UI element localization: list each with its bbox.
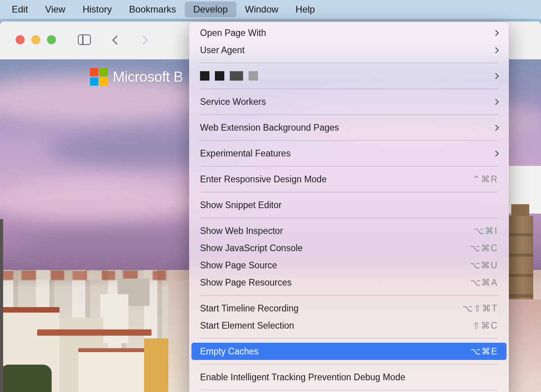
logo-square-red (90, 68, 98, 76)
menu-separator (200, 390, 498, 390)
logo-square-blue (90, 77, 98, 86)
menu-item-label: User Agent (200, 45, 245, 56)
brand-text: Microsoft B (113, 69, 183, 85)
shortcut-label: ⌥⌘U (470, 260, 498, 271)
menu-bar: Edit View History Bookmarks Develop Wind… (0, 0, 541, 19)
submenu-chevron-icon (493, 150, 499, 156)
logo-square-yellow (99, 77, 108, 86)
menu-separator (200, 63, 498, 63)
submenu-chevron-icon (493, 47, 499, 53)
menu-item-start-element-selection[interactable]: Start Element Selection ⇧⌘C (189, 317, 509, 334)
redacted-block (200, 71, 209, 81)
menubar-item-window[interactable]: Window (236, 2, 287, 17)
cloud (20, 228, 215, 267)
menu-item-enable-itp-debug-mode[interactable]: Enable Intelligent Tracking Prevention D… (189, 369, 509, 386)
menubar-item-view[interactable]: View (36, 2, 74, 17)
menu-separator (200, 338, 498, 339)
shortcut-label: ⌥⌘E (470, 346, 498, 357)
back-button[interactable] (112, 35, 121, 45)
menu-item-label: Empty Caches (200, 346, 259, 357)
cathedral-tower-top (511, 204, 529, 217)
minimize-window-button[interactable] (31, 35, 40, 44)
shortcut-label: ⌃⌘R (472, 174, 498, 185)
building (78, 348, 144, 392)
redacted-text-blocks (200, 71, 258, 81)
menubar-item-help[interactable]: Help (287, 2, 323, 17)
submenu-chevron-icon (493, 73, 499, 79)
submenu-chevron-icon (493, 30, 499, 36)
menubar-item-develop[interactable]: Develop (185, 2, 236, 17)
menu-item-web-extension-background-pages[interactable]: Web Extension Background Pages (189, 119, 509, 136)
microsoft-logo-icon (90, 68, 108, 86)
menu-item-label: Start Element Selection (200, 320, 294, 331)
menu-item-label: Show Page Source (200, 260, 277, 271)
menu-item-show-page-source[interactable]: Show Page Source ⌥⌘U (189, 257, 509, 274)
right-city-haze (507, 299, 541, 392)
menu-separator (200, 114, 498, 115)
forward-button[interactable] (139, 35, 148, 45)
menu-separator (200, 88, 498, 89)
menu-item-open-page-with[interactable]: Open Page With (189, 24, 509, 41)
menu-item-show-web-inspector[interactable]: Show Web Inspector ⌥⌘I (189, 222, 509, 239)
menu-separator (200, 364, 498, 365)
shortcut-label: ⌥⌘A (470, 277, 498, 288)
bing-logo[interactable]: Microsoft B (90, 68, 183, 86)
menu-item-empty-caches[interactable]: Empty Caches ⌥⌘E (191, 343, 507, 360)
redacted-block (215, 71, 224, 81)
redacted-block (230, 71, 243, 81)
menu-item-label: Enable Intelligent Tracking Prevention D… (200, 372, 405, 383)
sidebar-icon-divider (82, 35, 83, 44)
menu-item-label: Show Page Resources (200, 277, 292, 288)
menu-item-show-javascript-console[interactable]: Show JavaScript Console ⌥⌘C (189, 239, 509, 257)
sidebar-toggle-icon[interactable] (78, 34, 91, 45)
submenu-chevron-icon (493, 124, 499, 131)
menu-item-experimental-features[interactable]: Experimental Features (189, 145, 509, 162)
menu-item-show-page-resources[interactable]: Show Page Resources ⌥⌘A (189, 274, 509, 291)
menu-item-label: Service Workers (200, 97, 266, 107)
shortcut-label: ⌥⌘I (474, 226, 498, 236)
zoom-window-button[interactable] (47, 35, 56, 44)
menu-item-label: Show Web Inspector (200, 226, 283, 236)
menu-item-label: Show Snippet Editor (200, 200, 281, 210)
shortcut-label: ⇧⌘C (472, 320, 498, 331)
menu-item-label: Web Extension Background Pages (200, 122, 339, 133)
menu-separator (200, 218, 498, 218)
develop-menu: Open Page With User Agent Service Worker… (189, 22, 509, 392)
redacted-block (249, 71, 258, 81)
left-dark-edge (0, 219, 3, 392)
menubar-item-edit[interactable]: Edit (3, 2, 36, 17)
menu-item-redacted-device[interactable] (189, 67, 509, 85)
menu-item-label: Open Page With (200, 28, 266, 38)
menu-item-label: Start Timeline Recording (200, 303, 299, 314)
trees (0, 365, 52, 392)
menu-item-start-timeline-recording[interactable]: Start Timeline Recording ⌥⇧⌘T (189, 300, 509, 317)
shortcut-label: ⌥⇧⌘T (462, 303, 498, 314)
close-window-button[interactable] (16, 35, 25, 44)
menu-separator (200, 192, 498, 192)
building (37, 329, 151, 336)
menu-item-enter-responsive-design-mode[interactable]: Enter Responsive Design Mode ⌃⌘R (189, 171, 509, 188)
menu-item-show-snippet-editor[interactable]: Show Snippet Editor (189, 196, 509, 214)
menu-separator (200, 166, 498, 167)
cathedral-tower (508, 216, 533, 300)
building (100, 294, 128, 343)
shortcut-label: ⌥⌘C (470, 243, 498, 254)
menubar-item-bookmarks[interactable]: Bookmarks (121, 2, 185, 17)
menu-item-service-workers[interactable]: Service Workers (189, 93, 509, 110)
menu-item-label: Show JavaScript Console (200, 243, 303, 254)
menu-item-label: Experimental Features (200, 148, 290, 159)
menu-item-label: Enter Responsive Design Mode (200, 174, 326, 185)
menu-separator (200, 140, 498, 141)
menubar-item-history[interactable]: History (74, 2, 121, 17)
menu-separator (200, 295, 498, 296)
logo-square-green (99, 68, 108, 76)
menu-item-user-agent[interactable]: User Agent (189, 41, 509, 59)
submenu-chevron-icon (493, 99, 499, 105)
